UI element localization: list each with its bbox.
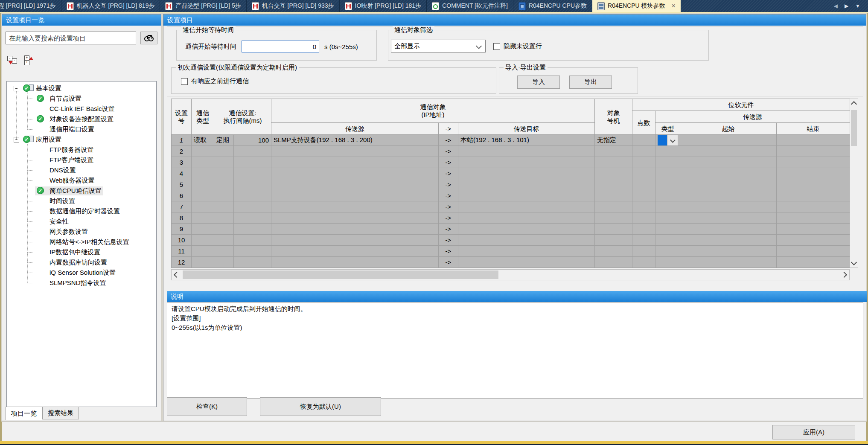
cell-no[interactable]: 8 [172,212,192,224]
tab-scroll-right-icon[interactable]: ▶ [845,3,848,9]
cell-comm-type[interactable] [192,235,214,246]
document-tab-3[interactable]: 产品选型 [PRG] [LD] 5步 [160,0,246,12]
cell-setting[interactable]: 定期 [214,135,234,146]
cell-dest[interactable] [458,212,595,224]
cell-bit-type[interactable] [655,146,680,157]
cell-no[interactable]: 3 [172,157,192,168]
cell-bit-type[interactable] [655,246,680,257]
cell-source[interactable] [271,201,439,212]
cell-bit-end[interactable] [777,224,850,235]
cell-setting[interactable] [214,224,234,235]
cell-bit-type[interactable] [655,157,680,168]
cell-bit-end[interactable] [777,168,850,179]
cell-station[interactable] [595,224,632,235]
wait-time-input[interactable] [242,41,319,52]
cell-source[interactable] [271,212,439,224]
cell-bit-end[interactable] [777,235,850,246]
cell-bit-end[interactable] [777,212,850,224]
cell-interval[interactable] [234,257,271,268]
cell-no[interactable]: 6 [172,190,192,201]
cell-setting[interactable] [214,246,234,257]
cell-interval[interactable] [234,246,271,257]
cell-points[interactable] [632,135,655,146]
hide-unset-rows-checkbox[interactable] [493,43,500,50]
cell-dest[interactable] [458,224,595,235]
cell-bit-type[interactable] [655,257,680,268]
cell-station[interactable] [595,257,632,268]
cell-bit-start[interactable] [680,235,777,246]
vertical-scroll-thumb[interactable] [851,110,857,146]
cell-interval[interactable]: 100 [234,135,271,146]
cell-interval[interactable] [234,190,271,201]
scroll-up-icon[interactable] [850,99,858,109]
cell-setting[interactable] [214,212,234,224]
target-filter-select[interactable]: 全部显示 [391,40,486,52]
cell-interval[interactable] [234,179,271,190]
cell-comm-type[interactable] [192,257,214,268]
cell-station[interactable] [595,212,632,224]
cell-dest[interactable] [458,179,595,190]
cell-bit-start[interactable] [680,168,777,179]
cell-dest[interactable] [458,190,595,201]
cell-dest[interactable] [458,246,595,257]
cell-bit-type[interactable] [655,212,680,224]
cell-points[interactable] [632,235,655,246]
cell-no[interactable]: 10 [172,235,192,246]
cell-setting[interactable] [214,157,234,168]
cell-dest[interactable] [458,235,595,246]
cell-no[interactable]: 9 [172,224,192,235]
cell-bit-end[interactable] [777,135,850,146]
document-tab-4[interactable]: 机台交互 [PRG] [LD] 933步 [247,0,340,12]
cell-bit-type[interactable] [655,135,680,146]
cell-bit-start[interactable] [680,190,777,201]
cell-bit-start[interactable] [680,146,777,157]
document-tab-2[interactable]: 机器人交互 [PRG] [LD] 819步 [61,0,160,12]
cell-bit-type[interactable] [655,168,680,179]
cell-comm-type[interactable] [192,246,214,257]
cell-station[interactable]: 无指定 [595,135,632,146]
cell-no[interactable]: 5 [172,179,192,190]
cell-comm-type[interactable] [192,146,214,157]
cell-interval[interactable] [234,224,271,235]
tree-item-6[interactable]: 应用设置 [7,134,156,145]
tab-close-icon[interactable]: × [672,3,676,9]
document-tab-8[interactable]: R04ENCPU 模块参数× [592,0,681,12]
cell-station[interactable] [595,146,632,157]
collapse-all-button[interactable]: - - [6,54,19,66]
cell-bit-type[interactable] [655,235,680,246]
cell-dest[interactable] [458,257,595,268]
cell-comm-type[interactable]: 读取 [192,135,214,146]
cell-comm-type[interactable] [192,212,214,224]
cell-no[interactable]: 7 [172,201,192,212]
cell-bit-start[interactable] [680,179,777,190]
cell-setting[interactable] [214,179,234,190]
scroll-right-icon[interactable] [839,270,849,280]
cell-dest[interactable] [458,146,595,157]
cell-station[interactable] [595,190,632,201]
cell-bit-start[interactable] [680,157,777,168]
cell-dest[interactable]: 本站(192 . 168 . 3 . 101) [458,135,595,146]
cell-bit-start[interactable] [680,246,777,257]
cell-comm-type[interactable] [192,201,214,212]
cell-bit-end[interactable] [777,179,850,190]
bit-type-dropdown-button[interactable] [667,135,678,145]
cell-bit-end[interactable] [777,146,850,157]
cell-setting[interactable] [214,190,234,201]
cell-no[interactable]: 12 [172,257,192,268]
tab-scroll-left-icon[interactable]: ◀ [834,3,838,9]
cell-no[interactable]: 2 [172,146,192,157]
cell-bit-start[interactable] [680,135,777,146]
cell-points[interactable] [632,157,655,168]
cell-source[interactable] [271,224,439,235]
tab-list-menu-icon[interactable]: ▼ [855,3,860,9]
cell-dest[interactable] [458,201,595,212]
cell-comm-type[interactable] [192,168,214,179]
cell-points[interactable] [632,146,655,157]
collapse-expander-icon[interactable] [14,86,19,91]
check-button[interactable]: 检查(K) [167,397,247,416]
cell-setting[interactable] [214,146,234,157]
cell-comm-type[interactable] [192,179,214,190]
comm-until-response-checkbox[interactable] [181,78,188,85]
bit-type-select[interactable] [658,135,678,145]
document-tab-1[interactable]: 程 [PRG] [LD] 1971步 [0,0,61,12]
